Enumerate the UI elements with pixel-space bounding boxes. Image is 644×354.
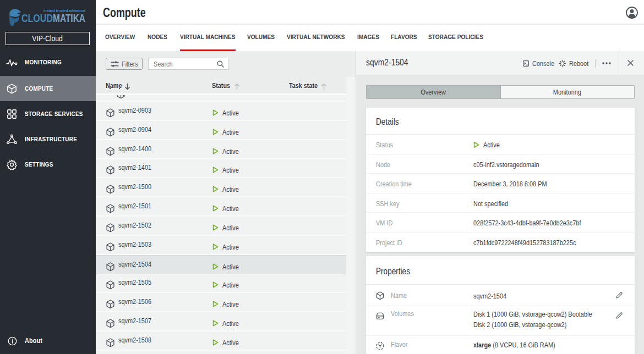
svg-text:MATIKA: MATIKA xyxy=(53,12,85,24)
svg-text:CLOUD: CLOUD xyxy=(21,12,53,24)
